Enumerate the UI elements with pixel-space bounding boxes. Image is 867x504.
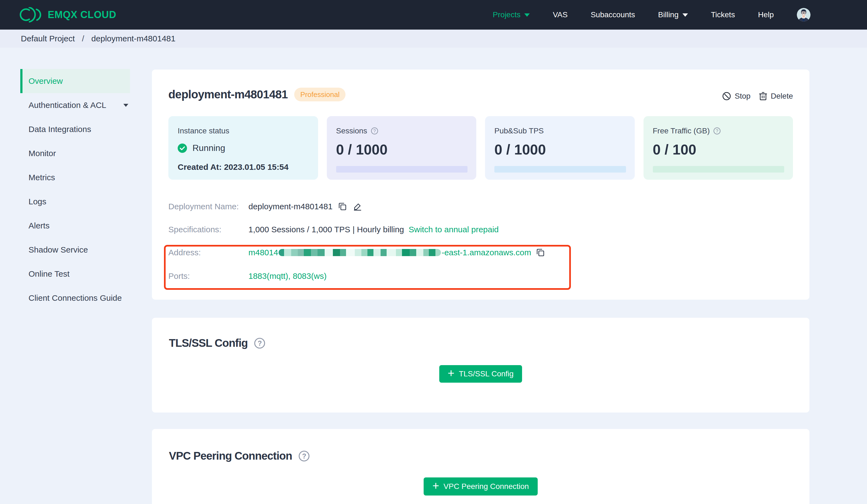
svg-text:?: ?	[302, 452, 306, 460]
svg-text:?: ?	[716, 129, 718, 134]
svg-text:?: ?	[373, 129, 376, 134]
svg-text:?: ?	[258, 339, 261, 347]
